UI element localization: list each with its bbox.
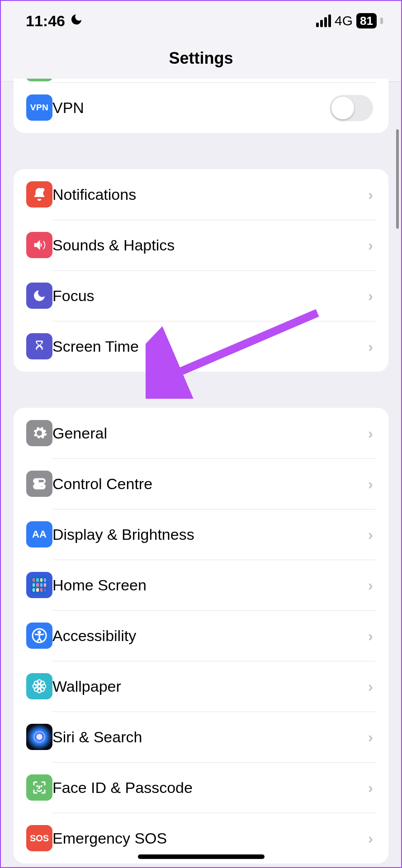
chevron-right-icon: › [368, 236, 373, 254]
status-bar: 11:46 4G 81 [1, 1, 401, 41]
device-frame: 11:46 4G 81 Settings [0, 0, 402, 868]
vpn-icon: VPN [26, 94, 52, 121]
sos-icon: SOS [26, 825, 52, 851]
row-notifications[interactable]: Notifications › [14, 169, 388, 220]
status-right: 4G 81 [316, 13, 383, 28]
row-home-screen[interactable]: Home Screen › [14, 560, 388, 610]
bell-icon [26, 181, 52, 208]
chevron-right-icon: › [368, 678, 373, 695]
row-label: Display & Brightness [52, 526, 357, 543]
row-label: Home Screen [52, 576, 357, 594]
header: 11:46 4G 81 Settings [1, 1, 401, 82]
chevron-right-icon: › [368, 338, 373, 355]
status-time: 11:46 [26, 12, 65, 30]
moon-icon [70, 12, 83, 30]
row-sounds[interactable]: Sounds & Haptics › [14, 220, 388, 270]
svg-point-4 [41, 485, 43, 488]
group-notifications: Notifications › Sounds & Haptics › Foc [14, 169, 388, 372]
row-siri[interactable]: Siri & Search › [14, 712, 388, 762]
gear-icon [26, 420, 52, 446]
row-label: Control Centre [52, 475, 357, 493]
network-label: 4G [335, 13, 353, 28]
row-label: Accessibility [52, 627, 357, 645]
scrollbar[interactable] [396, 129, 399, 229]
hourglass-icon [26, 333, 52, 359]
battery-cap-icon [380, 18, 383, 24]
row-focus[interactable]: Focus › [14, 270, 388, 321]
row-label: VPN [52, 99, 319, 117]
chevron-right-icon: › [368, 425, 373, 442]
accessibility-icon [26, 623, 52, 649]
svg-point-0 [41, 188, 45, 192]
row-label: Notifications [52, 186, 357, 203]
svg-point-7 [38, 684, 41, 688]
row-label: Screen Time [52, 338, 357, 355]
row-accessibility[interactable]: Accessibility › [14, 610, 388, 661]
text-size-icon: AA [26, 521, 52, 547]
row-label: General [52, 425, 357, 442]
settings-scroll[interactable]: VPN VPN Notifications › [1, 79, 401, 867]
row-prev-hidden [14, 79, 388, 82]
chevron-right-icon: › [368, 576, 373, 594]
signal-icon [316, 14, 331, 27]
speaker-icon [26, 232, 52, 258]
chevron-right-icon: › [368, 779, 373, 797]
home-indicator[interactable] [138, 854, 265, 859]
row-display[interactable]: AA Display & Brightness › [14, 509, 388, 560]
toggles-icon [26, 471, 52, 497]
svg-point-19 [41, 786, 42, 787]
row-screen-time[interactable]: Screen Time › [14, 321, 388, 372]
svg-point-6 [38, 631, 41, 633]
prev-icon-fragment [26, 79, 52, 81]
svg-point-2 [35, 480, 38, 482]
vpn-toggle[interactable] [330, 95, 373, 121]
chevron-right-icon: › [368, 287, 373, 305]
row-vpn[interactable]: VPN VPN [14, 82, 388, 133]
siri-icon [26, 724, 52, 750]
group-connectivity: VPN VPN [14, 79, 388, 133]
row-label: Face ID & Passcode [52, 779, 357, 797]
status-left: 11:46 [26, 12, 83, 30]
page-title: Settings [1, 41, 401, 81]
flower-icon [26, 673, 52, 699]
chevron-right-icon: › [368, 186, 373, 203]
svg-point-18 [37, 786, 38, 787]
row-label: Siri & Search [52, 728, 357, 746]
row-faceid[interactable]: Face ID & Passcode › [14, 762, 388, 813]
group-general: General › Control Centre › AA Display & [14, 408, 388, 863]
row-wallpaper[interactable]: Wallpaper › [14, 661, 388, 712]
svg-point-17 [36, 734, 42, 740]
row-label: Sounds & Haptics [52, 236, 357, 254]
home-screen-icon [26, 572, 52, 598]
row-label: Wallpaper [52, 678, 357, 695]
row-label: Emergency SOS [52, 830, 357, 847]
chevron-right-icon: › [368, 830, 373, 847]
row-label: Focus [52, 287, 357, 305]
moon-icon [26, 283, 52, 309]
chevron-right-icon: › [368, 728, 373, 746]
row-general[interactable]: General › [14, 408, 388, 458]
faceid-icon [26, 774, 52, 801]
chevron-right-icon: › [368, 475, 373, 493]
chevron-right-icon: › [368, 627, 373, 645]
battery-pill: 81 [356, 13, 377, 28]
battery-value: 81 [360, 14, 373, 28]
chevron-right-icon: › [368, 526, 373, 543]
row-control-centre[interactable]: Control Centre › [14, 458, 388, 509]
